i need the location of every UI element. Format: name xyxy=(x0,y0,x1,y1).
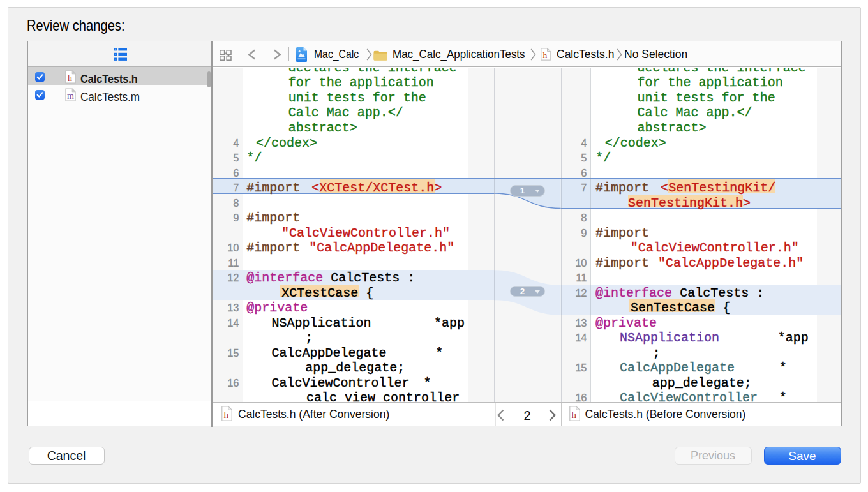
svg-text:h: h xyxy=(68,73,72,83)
svg-text:h: h xyxy=(571,410,576,420)
svg-text:h: h xyxy=(542,50,547,59)
svg-text:m: m xyxy=(67,91,74,101)
svg-text:h: h xyxy=(223,410,228,420)
